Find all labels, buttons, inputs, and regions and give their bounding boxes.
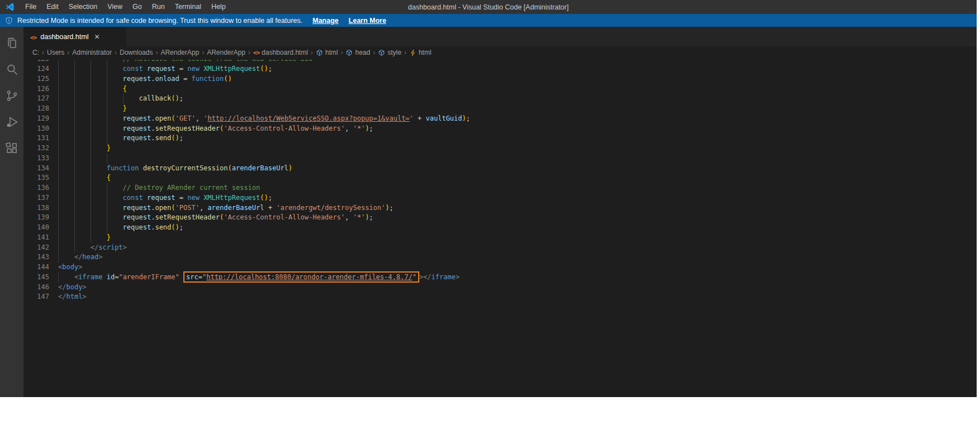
breadcrumb-item-downloads[interactable]: Downloads [119, 49, 153, 56]
code-line[interactable]: 145 <iframe id="arenderIFrame" src="http… [23, 273, 977, 283]
breadcrumb-item-arenderapp[interactable]: ARenderApp [206, 49, 246, 56]
close-icon[interactable]: ✕ [94, 34, 100, 40]
extensions-icon[interactable] [0, 135, 23, 161]
code-line[interactable]: 132 } [23, 144, 977, 154]
breadcrumb-item-dashboard-html[interactable]: <>dashboard.html [253, 49, 309, 56]
line-number[interactable]: 134 [23, 164, 49, 174]
code-line[interactable]: 130 request.setRequestHeader('Access-Con… [23, 124, 977, 134]
menu-edit[interactable]: Edit [41, 0, 64, 14]
line-number[interactable]: 137 [23, 193, 49, 203]
indent-guide [74, 213, 75, 223]
tab-label: dashboard.html [40, 33, 88, 41]
menu-help[interactable]: Help [206, 0, 231, 14]
menu-file[interactable]: File [20, 0, 41, 14]
line-number[interactable]: 142 [23, 243, 49, 253]
code-line[interactable]: 131 request.send(); [23, 133, 977, 144]
line-number[interactable]: 139 [23, 213, 49, 223]
run-debug-icon[interactable] [0, 109, 23, 135]
indent-guide [58, 243, 59, 253]
line-number[interactable]: 123 [23, 60, 49, 64]
line-number[interactable]: 144 [23, 262, 49, 273]
breadcrumb-label: style [387, 49, 401, 56]
code-line[interactable]: 123 // Retrieve the cookie from the web … [23, 60, 977, 64]
explorer-icon[interactable] [0, 30, 23, 56]
breadcrumb-item-administrator[interactable]: Administrator [72, 49, 112, 56]
breadcrumb-item-c-[interactable]: C: [32, 49, 40, 56]
indent-guide [91, 60, 91, 64]
line-number[interactable]: 138 [23, 203, 49, 213]
breadcrumb-item-users[interactable]: Users [46, 49, 65, 56]
line-number[interactable]: 124 [23, 64, 49, 74]
learn-more-link[interactable]: Learn More [349, 17, 386, 25]
breadcrumb-item-head[interactable]: head [345, 49, 371, 56]
line-number[interactable]: 146 [23, 283, 49, 293]
menu-run[interactable]: Run [147, 0, 170, 14]
line-number[interactable]: 125 [23, 74, 49, 84]
indent-guide [91, 213, 91, 223]
menu-bar: FileEditSelectionViewGoRunTerminalHelp [20, 0, 231, 14]
line-number[interactable]: 136 [23, 183, 49, 193]
symbol-event-icon [409, 49, 416, 56]
line-number[interactable]: 141 [23, 233, 49, 243]
line-number[interactable]: 140 [23, 223, 49, 233]
indent-guide [91, 154, 91, 164]
indent-guide [58, 164, 59, 174]
menu-terminal[interactable]: Terminal [170, 0, 206, 14]
line-number[interactable]: 135 [23, 173, 49, 183]
breadcrumb-item-html[interactable]: html [315, 49, 339, 56]
code-line[interactable]: 140 request.send(); [23, 223, 977, 233]
line-number[interactable]: 145 [23, 273, 49, 283]
code-line[interactable]: 144<body> [23, 262, 977, 273]
line-number[interactable]: 128 [23, 104, 49, 114]
code-line[interactable]: 136 // Destroy ARender current session [23, 183, 977, 193]
breadcrumb-item-arenderapp[interactable]: ARenderApp [160, 49, 200, 56]
code-line[interactable]: 134 function destroyCurrentSession(arend… [23, 164, 977, 174]
restricted-mode-banner: Restricted Mode is intended for safe cod… [0, 14, 977, 27]
menu-go[interactable]: Go [127, 0, 147, 14]
code-line[interactable]: 141 } [23, 233, 977, 243]
code-text: const request = new XMLHttpRequest(); [58, 193, 272, 203]
code-line[interactable]: 142 </script> [23, 243, 977, 253]
code-text: request.setRequestHeader('Access-Control… [58, 124, 373, 134]
breadcrumb-item-style[interactable]: style [377, 49, 402, 56]
code-line[interactable]: 139 request.setRequestHeader('Access-Con… [23, 213, 977, 223]
tab-dashboard-html[interactable]: <> dashboard.html ✕ [23, 27, 126, 46]
line-number[interactable]: 126 [23, 84, 49, 94]
symbol-cube-icon [316, 49, 323, 56]
code-line[interactable]: 137 const request = new XMLHttpRequest()… [23, 193, 977, 203]
editor[interactable]: 123 // Retrieve the cookie from the web … [23, 59, 977, 397]
search-icon[interactable] [0, 56, 23, 83]
line-number[interactable]: 132 [23, 144, 49, 154]
code-line[interactable]: 124 const request = new XMLHttpRequest()… [23, 64, 977, 74]
vscode-window: FileEditSelectionViewGoRunTerminalHelp d… [0, 0, 977, 397]
code-line[interactable]: 143 </head> [23, 252, 977, 262]
code-line[interactable]: 128 } [23, 104, 977, 114]
code-line[interactable]: 133 [23, 154, 977, 164]
source-control-icon[interactable] [0, 83, 23, 109]
manage-link[interactable]: Manage [313, 17, 339, 25]
breadcrumb-item-html[interactable]: html [409, 49, 432, 56]
tab-bar: <> dashboard.html ✕ [23, 27, 977, 46]
menu-selection[interactable]: Selection [64, 0, 102, 14]
code-line[interactable]: 146</body> [23, 283, 977, 293]
line-number[interactable]: 127 [23, 94, 49, 104]
line-number[interactable]: 133 [23, 154, 49, 164]
code-line[interactable]: 135 { [23, 173, 977, 183]
line-number[interactable]: 143 [23, 252, 49, 262]
indent-guide [58, 223, 59, 233]
code-line[interactable]: 138 request.open('POST', arenderBaseUrl … [23, 203, 977, 213]
code-line[interactable]: 125 request.onload = function() [23, 74, 977, 84]
menu-view[interactable]: View [102, 0, 127, 14]
code-line[interactable]: 129 request.open('GET', 'http://localhos… [23, 114, 977, 124]
code-line[interactable]: 127 callback(); [23, 94, 977, 104]
banner-message: Restricted Mode is intended for safe cod… [17, 17, 302, 25]
indent-guide [74, 154, 75, 164]
code-text: </body> [58, 283, 87, 293]
line-number[interactable]: 131 [23, 133, 49, 144]
line-number[interactable]: 129 [23, 114, 49, 124]
code-line[interactable]: 147</html> [23, 292, 977, 302]
line-number[interactable]: 130 [23, 124, 49, 134]
line-number[interactable]: 147 [23, 292, 49, 302]
code-line[interactable]: 126 { [23, 84, 977, 94]
indent-guide [74, 74, 75, 84]
